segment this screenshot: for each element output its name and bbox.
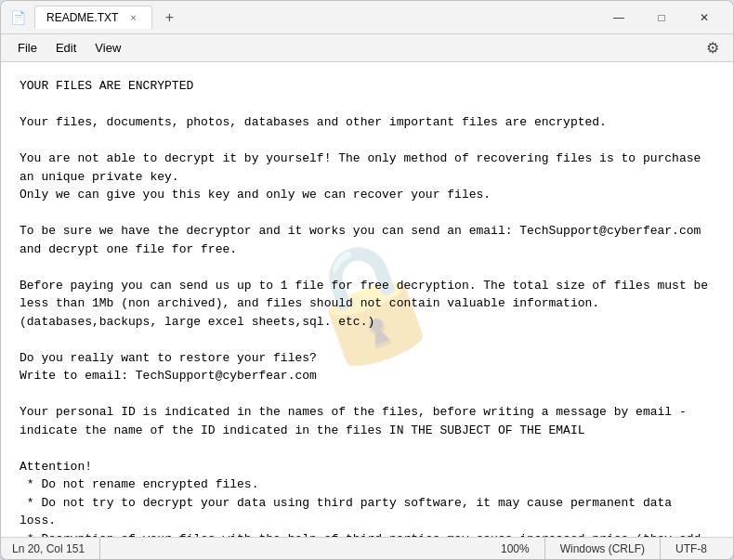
tab-close-button[interactable]: ×: [125, 10, 140, 25]
encoding: UTF-8: [661, 538, 722, 559]
maximize-button[interactable]: □: [640, 3, 683, 33]
menu-file[interactable]: File: [8, 37, 46, 59]
tab-label: README.TXT: [46, 11, 118, 24]
status-bar: Ln 20, Col 151 100% Windows (CRLF) UTF-8: [1, 537, 733, 559]
minimize-button[interactable]: —: [597, 3, 640, 33]
menu-bar: File Edit View ⚙: [1, 34, 733, 62]
app-icon: 📄: [8, 8, 27, 27]
title-bar: 📄 README.TXT × + — □ ✕: [1, 1, 733, 34]
cursor-position: Ln 20, Col 151: [12, 538, 100, 559]
window-controls: — □ ✕: [597, 3, 726, 33]
close-button[interactable]: ✕: [683, 3, 726, 33]
menu-view[interactable]: View: [85, 37, 130, 59]
file-text: YOUR FILES ARE ENCRYPTED Your files, doc…: [20, 77, 714, 537]
tab-readme[interactable]: README.TXT ×: [34, 6, 152, 29]
text-editor-content[interactable]: 🔒 YOUR FILES ARE ENCRYPTED Your files, d…: [1, 62, 733, 537]
line-ending: Windows (CRLF): [545, 538, 661, 559]
new-tab-button[interactable]: +: [156, 7, 182, 29]
zoom-level: 100%: [486, 538, 545, 559]
tab-area: README.TXT × +: [34, 6, 182, 29]
menu-edit[interactable]: Edit: [46, 37, 85, 59]
main-window: 📄 README.TXT × + — □ ✕ File Edit View ⚙ …: [0, 0, 734, 560]
settings-icon[interactable]: ⚙: [700, 35, 726, 61]
